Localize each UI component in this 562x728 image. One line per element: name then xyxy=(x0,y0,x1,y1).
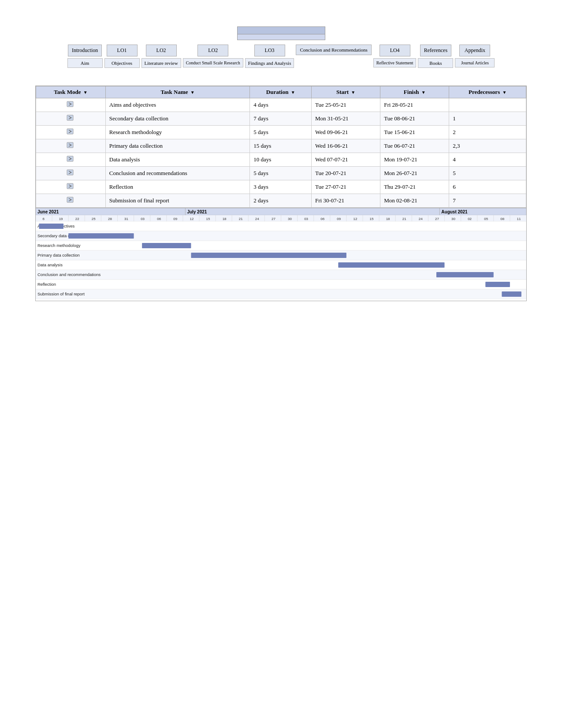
cell-start: Fri 30-07-21 xyxy=(312,194,380,208)
cell-finish: Tue 06-07-21 xyxy=(380,139,449,153)
svg-text:24: 24 xyxy=(419,217,423,221)
org-col-lo1: LO1 Objectives xyxy=(104,45,140,68)
svg-text:Data analysis: Data analysis xyxy=(37,262,63,267)
svg-text:03: 03 xyxy=(141,217,145,221)
cell-mode xyxy=(36,98,106,112)
org-node-app: Appendix xyxy=(459,45,490,56)
cell-mode xyxy=(36,194,106,208)
svg-text:15: 15 xyxy=(370,217,374,221)
svg-rect-101 xyxy=(36,260,526,270)
svg-text:Submission of final report: Submission of final report xyxy=(37,291,85,296)
org-node-lo2b: LO2 xyxy=(197,45,228,56)
cell-finish: Mon 19-07-21 xyxy=(380,153,449,167)
cell-duration: 3 days xyxy=(250,180,312,194)
cell-finish: Mon 02-08-21 xyxy=(380,194,449,208)
svg-text:19: 19 xyxy=(59,217,63,221)
cell-duration: 5 days xyxy=(250,126,312,139)
svg-text:06: 06 xyxy=(157,217,161,221)
cell-pred: 2,3 xyxy=(449,139,526,153)
org-col-lo4: LO4 Reflective Statement xyxy=(373,45,417,67)
svg-text:21: 21 xyxy=(239,217,243,221)
svg-rect-18 xyxy=(67,183,73,189)
cell-mode xyxy=(36,153,106,167)
gantt-svg: June 2021 July 2021 August 2021 /* dates… xyxy=(36,208,526,301)
cell-mode xyxy=(36,126,106,139)
cell-duration: 15 days xyxy=(250,139,312,153)
org-subtitle-node xyxy=(237,34,325,40)
svg-text:09: 09 xyxy=(173,217,177,221)
org-child-litreview: Literature review xyxy=(141,58,181,68)
cell-start: Wed 09-06-21 xyxy=(312,126,380,139)
task-mode-icon xyxy=(67,169,74,176)
svg-rect-97 xyxy=(36,241,526,250)
svg-text:Reflection: Reflection xyxy=(37,282,56,287)
svg-text:30: 30 xyxy=(288,217,292,221)
org-col-app: Appendix Journal Articles xyxy=(455,45,495,67)
gantt-visual: June 2021 July 2021 August 2021 /* dates… xyxy=(35,208,527,301)
svg-rect-110 xyxy=(68,233,134,239)
gantt-table-container: Task Mode ▼ Task Name ▼ Duration ▼ Start… xyxy=(35,86,527,208)
task-mode-icon xyxy=(67,155,74,162)
svg-text:27: 27 xyxy=(435,217,439,221)
task-mode-icon xyxy=(67,142,74,149)
svg-text:21: 21 xyxy=(402,217,406,221)
svg-text:30: 30 xyxy=(451,217,455,221)
svg-text:31: 31 xyxy=(124,217,128,221)
cell-name: Aims and objectives xyxy=(105,98,250,112)
svg-rect-3 xyxy=(67,115,73,120)
svg-text:July 2021: July 2021 xyxy=(187,209,207,214)
gantt-table: Task Mode ▼ Task Name ▼ Duration ▼ Start… xyxy=(36,86,526,208)
cell-name: Conclusion and recommendations xyxy=(105,167,250,180)
cell-mode xyxy=(36,167,106,180)
cell-duration: 4 days xyxy=(250,98,312,112)
org-col-lo2b: LO2 Conduct Small Scale Research xyxy=(183,45,243,67)
org-node-lo2: LO2 xyxy=(146,45,177,56)
org-child-books: Books xyxy=(418,58,453,68)
cell-start: Tue 25-05-21 xyxy=(312,98,380,112)
svg-text:27: 27 xyxy=(272,217,275,221)
svg-rect-12 xyxy=(67,156,73,161)
svg-rect-9 xyxy=(67,142,73,148)
svg-rect-15 xyxy=(67,170,73,175)
svg-text:15: 15 xyxy=(206,217,210,221)
org-node-lo1: LO1 xyxy=(107,45,138,56)
task-mode-icon xyxy=(67,128,74,135)
svg-rect-93 xyxy=(36,221,526,231)
svg-rect-0 xyxy=(67,101,73,107)
table-row: Reflection 3 days Tue 27-07-21 Thu 29-07… xyxy=(36,180,526,194)
cell-finish: Mon 26-07-21 xyxy=(380,167,449,180)
svg-text:03: 03 xyxy=(304,217,308,221)
table-row: Submission of final report 2 days Fri 30… xyxy=(36,194,526,208)
svg-rect-115 xyxy=(485,282,510,287)
svg-text:18: 18 xyxy=(223,217,227,221)
svg-rect-105 xyxy=(36,280,526,289)
org-child-reflective: Reflective Statement xyxy=(373,58,417,67)
cell-finish: Thu 29-07-21 xyxy=(380,180,449,194)
cell-duration: 5 days xyxy=(250,167,312,180)
cell-pred: 5 xyxy=(449,167,526,180)
table-row: Data analysis 10 days Wed 07-07-21 Mon 1… xyxy=(36,153,526,167)
table-row: Secondary data collection 7 days Mon 31-… xyxy=(36,112,526,126)
svg-text:06: 06 xyxy=(320,217,324,221)
svg-text:August 2021: August 2021 xyxy=(441,209,468,214)
org-chart: Introduction Aim LO1 Objectives LO2 Lite… xyxy=(35,26,527,68)
cell-start: Tue 27-07-21 xyxy=(312,180,380,194)
org-root-node xyxy=(237,26,325,34)
cell-pred: 1 xyxy=(449,112,526,126)
svg-text:02: 02 xyxy=(468,217,472,221)
org-child-conduct: Conduct Small Scale Research xyxy=(183,58,243,67)
col-header-duration: Duration ▼ xyxy=(250,86,312,98)
svg-rect-109 xyxy=(39,224,63,229)
cell-duration: 7 days xyxy=(250,112,312,126)
org-level1-row: Introduction Aim LO1 Objectives LO2 Lite… xyxy=(67,45,495,68)
cell-finish: Fri 28-05-21 xyxy=(380,98,449,112)
cell-pred: 4 xyxy=(449,153,526,167)
task-mode-icon xyxy=(67,114,74,121)
org-node-concl: Conclusion and Recommendations xyxy=(296,45,371,55)
cell-start: Wed 16-06-21 xyxy=(312,139,380,153)
svg-rect-111 xyxy=(142,243,191,248)
svg-rect-21 xyxy=(67,197,73,202)
task-mode-icon xyxy=(67,183,74,190)
col-header-predecessors: Predecessors ▼ xyxy=(449,86,526,98)
org-col-concl: Conclusion and Recommendations xyxy=(296,45,371,55)
